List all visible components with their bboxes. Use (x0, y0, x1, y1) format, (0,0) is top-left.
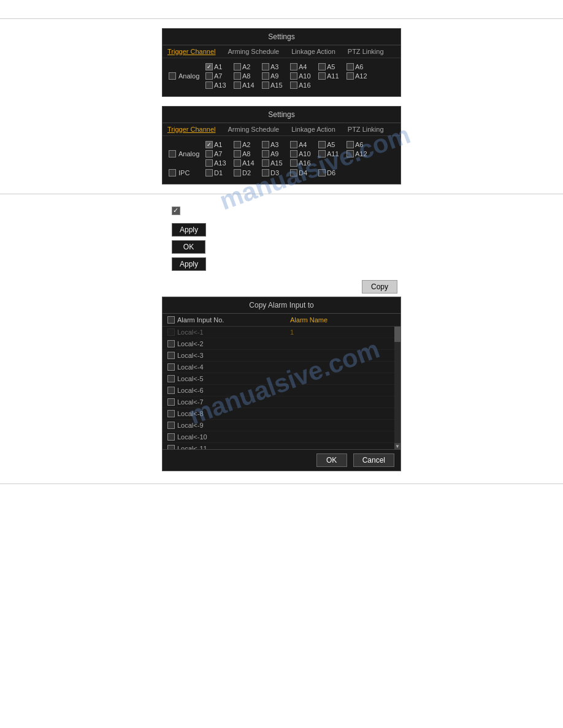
ch-a10-2-cb[interactable] (290, 150, 297, 157)
ch-a9-1: A9 (262, 72, 286, 80)
dialog-scroll-area[interactable]: Local<-1 1 Local<-2 Local<-3 (163, 327, 400, 449)
ch-a1-1-cb[interactable] (205, 63, 213, 70)
row6-checkbox[interactable] (167, 387, 175, 394)
ch-a15-2: A15 (262, 159, 286, 167)
row1-input: Local<-1 (167, 328, 290, 336)
dialog-row-8: Local<-8 (163, 408, 400, 420)
row10-checkbox[interactable] (167, 433, 175, 441)
ch-a11-1-cb[interactable] (318, 72, 326, 80)
ch-a2-1-cb[interactable] (234, 63, 241, 70)
ch-a6-2-cb[interactable] (347, 141, 354, 148)
ipc-checkbox[interactable] (169, 169, 176, 176)
ch-a8-1-cb[interactable] (234, 72, 241, 80)
copy-button[interactable]: Copy (362, 280, 397, 294)
row8-checkbox[interactable] (167, 410, 175, 417)
scrollbar-thumb[interactable] (394, 327, 400, 342)
row11-checkbox[interactable] (167, 445, 175, 449)
bottom-divider (0, 483, 563, 484)
ch-a9-2-cb[interactable] (262, 150, 269, 157)
row1-checkbox[interactable] (167, 328, 175, 336)
ch-a6-1-cb[interactable] (347, 63, 354, 70)
copy-btn-container: Copy (0, 280, 563, 294)
row2-checkbox[interactable] (167, 340, 175, 347)
analog-checkbox-1[interactable] (169, 72, 176, 80)
row4-checkbox[interactable] (167, 363, 175, 371)
ch-a14-2-cb[interactable] (234, 159, 241, 167)
dialog-row-4: Local<-4 (163, 362, 400, 373)
ch-a13-2-cb[interactable] (205, 159, 213, 167)
ch-a14-1-cb[interactable] (234, 82, 241, 89)
tab2-trigger-channel[interactable]: Trigger Channel (167, 126, 215, 133)
ch-a7-1-cb[interactable] (205, 72, 213, 80)
ch-a11-2: A11 (318, 150, 343, 157)
panel1-content: Analog A1 A2 A3 A4 A5 A6 A7 A8 A9 (163, 58, 400, 96)
ch-a3-2-cb[interactable] (262, 141, 269, 148)
ch-a15-2-cb[interactable] (262, 159, 269, 167)
row9-checkbox[interactable] (167, 422, 175, 429)
tab2-ptz-linking[interactable]: PTZ Linking (348, 126, 384, 133)
ch-a4-1: A4 (290, 63, 315, 70)
copy-alarm-dialog: Copy Alarm Input to Alarm Input No. Alar… (162, 297, 401, 471)
dialog-row-11: Local<-11 (163, 443, 400, 449)
tab1-ptz-linking[interactable]: PTZ Linking (348, 48, 384, 55)
scroll-down-arrow[interactable]: ▼ (394, 443, 400, 449)
panel2-content: Analog A1 A2 A3 A4 A5 A6 A7 A8 A9 (163, 136, 400, 184)
ch-d2-cb[interactable] (234, 169, 241, 176)
ipc-row: IPC D1 D2 D3 D4 D6 (169, 169, 394, 176)
analog-channels-1: A1 A2 A3 A4 A5 A6 A7 A8 A9 A10 A11 A12 (205, 63, 394, 89)
row5-checkbox[interactable] (167, 375, 175, 382)
ch-a13-1-cb[interactable] (205, 82, 213, 89)
tab1-arming-schedule[interactable]: Arming Schedule (228, 48, 279, 55)
ch-a5-1-cb[interactable] (318, 63, 326, 70)
ch-a12-1: A12 (347, 72, 371, 80)
apply-button-1[interactable]: Apply (172, 223, 206, 237)
panel2-title: Settings (163, 107, 400, 123)
dialog-row-9: Local<-9 (163, 420, 400, 431)
tab1-linkage-action[interactable]: Linkage Action (291, 48, 335, 55)
ch-a12-2: A12 (347, 150, 371, 157)
ch-a4-1-cb[interactable] (290, 63, 297, 70)
ch-a5-2: A5 (318, 141, 343, 148)
ch-a3-1-cb[interactable] (262, 63, 269, 70)
ch-a16-2-cb[interactable] (290, 159, 297, 167)
ch-a12-2-cb[interactable] (347, 150, 354, 157)
apply-button-2[interactable]: Apply (172, 257, 206, 271)
ch-a4-2: A4 (290, 141, 315, 148)
ch-a8-2: A8 (234, 150, 258, 157)
ch-a13-1: A13 (205, 82, 230, 89)
ch-a11-2-cb[interactable] (318, 150, 326, 157)
ch-a10-1: A10 (290, 72, 315, 80)
dialog-row-7: Local<-7 (163, 396, 400, 408)
ch-a9-1-cb[interactable] (262, 72, 269, 80)
ch-d1-cb[interactable] (205, 169, 213, 176)
ch-a16-1-cb[interactable] (290, 82, 297, 89)
dialog-ok-button[interactable]: OK (316, 453, 347, 467)
analog-checkbox-2[interactable] (169, 150, 176, 157)
analog-row-2: Analog A1 A2 A3 A4 A5 A6 A7 A8 A9 (169, 141, 394, 167)
ch-d3: D3 (262, 169, 286, 176)
ok-button[interactable]: OK (172, 240, 205, 254)
ch-a3-1: A3 (262, 63, 286, 70)
ch-a2-2-cb[interactable] (234, 141, 241, 148)
header-checkbox[interactable] (167, 316, 175, 324)
ch-a8-2-cb[interactable] (234, 150, 241, 157)
ch-d6-cb[interactable] (318, 169, 326, 176)
ch-a12-1-cb[interactable] (347, 72, 354, 80)
scrollbar-track[interactable]: ▼ (394, 327, 400, 449)
ch-d3-cb[interactable] (262, 169, 269, 176)
row6-input: Local<-6 (167, 387, 290, 394)
tab1-trigger-channel[interactable]: Trigger Channel (167, 48, 215, 55)
row3-checkbox[interactable] (167, 352, 175, 359)
ch-a10-1-cb[interactable] (290, 72, 297, 80)
ch-d4-cb[interactable] (290, 169, 297, 176)
row7-checkbox[interactable] (167, 398, 175, 406)
dialog-cancel-button[interactable]: Cancel (353, 453, 394, 467)
ch-a1-2-cb[interactable] (205, 141, 213, 148)
ch-a7-2-cb[interactable] (205, 150, 213, 157)
ch-a5-2-cb[interactable] (318, 141, 326, 148)
tab2-linkage-action[interactable]: Linkage Action (291, 126, 335, 133)
ch-a4-2-cb[interactable] (290, 141, 297, 148)
tab2-arming-schedule[interactable]: Arming Schedule (228, 126, 279, 133)
ch-a15-1-cb[interactable] (262, 82, 269, 89)
standalone-checkbox[interactable]: ✓ (172, 207, 180, 215)
